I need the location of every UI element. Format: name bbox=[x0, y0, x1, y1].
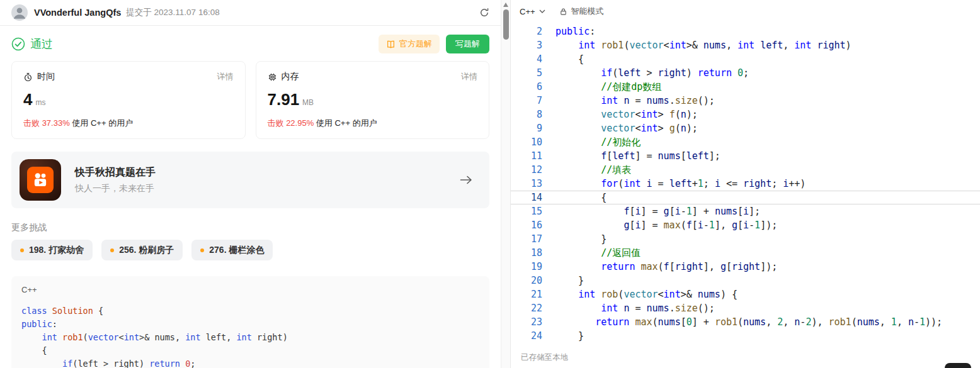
scrollbar-thumb[interactable] bbox=[503, 9, 509, 40]
challenge-tag-198[interactable]: 198. 打家劫舍 bbox=[11, 240, 93, 260]
runtime-value: 4 bbox=[23, 90, 32, 109]
left-scrollbar[interactable] bbox=[501, 0, 510, 368]
person-icon bbox=[11, 4, 28, 21]
line-number: 10 bbox=[511, 135, 542, 149]
language-selector[interactable]: C++ bbox=[520, 7, 545, 16]
banner-subtitle: 快人一手，未来在手 bbox=[75, 183, 156, 194]
refresh-button[interactable] bbox=[479, 8, 489, 18]
editor-line[interactable]: 2public: bbox=[511, 25, 980, 38]
saved-status: 已存储至本地 bbox=[521, 352, 568, 363]
line-number: 4 bbox=[511, 52, 542, 66]
editor-line[interactable]: 5 if(left > right) return 0; bbox=[511, 66, 980, 80]
code-text: for(int i = left+1; i <= right; i++) bbox=[542, 177, 806, 191]
avatar bbox=[11, 4, 28, 21]
promo-banner[interactable]: 快手秋招真题在手 快人一手，未来在手 bbox=[11, 152, 489, 208]
line-number: 3 bbox=[511, 38, 542, 52]
editor-line[interactable]: 3 int rob1(vector<int>& nums, int left, … bbox=[511, 38, 980, 52]
editor-line[interactable]: 7 int n = nums.size(); bbox=[511, 94, 980, 108]
username[interactable]: VVonderful JangQfs bbox=[34, 8, 121, 18]
submission-time: 提交于 2023.11.07 16:08 bbox=[126, 7, 219, 18]
line-number: 21 bbox=[511, 287, 542, 301]
beats-suffix: 使用 C++ 的用户 bbox=[72, 118, 133, 128]
runtime-details-link[interactable]: 详情 bbox=[217, 71, 234, 82]
official-solution-label: 官方题解 bbox=[399, 38, 432, 50]
memory-unit: MB bbox=[302, 98, 314, 107]
editor-line[interactable]: 16 g[i] = max(f[i-1], g[i-1]); bbox=[511, 218, 980, 232]
status-row: 通过 官方题解 写题解 bbox=[0, 26, 501, 53]
code-text: { bbox=[542, 52, 584, 66]
arrow-right-icon[interactable] bbox=[459, 175, 473, 185]
editor-line[interactable]: 14 { bbox=[511, 191, 980, 204]
smart-mode-toggle[interactable]: 智能模式 bbox=[559, 6, 604, 17]
line-number: 7 bbox=[511, 94, 542, 108]
editor-line[interactable]: 22 int n = nums.size(); bbox=[511, 301, 980, 315]
line-number: 5 bbox=[511, 66, 542, 80]
code-text: return max(f[right], g[right]); bbox=[542, 260, 777, 274]
editor-line[interactable]: 6 //创建dp数组 bbox=[511, 80, 980, 94]
editor-line[interactable]: 23 return max(nums[0] + rob1(nums, 2, n-… bbox=[511, 315, 980, 329]
editor-line[interactable]: 13 for(int i = left+1; i <= right; i++) bbox=[511, 177, 980, 191]
code-text: f[left] = nums[left]; bbox=[542, 149, 721, 163]
code-editor-panel: C++ 智能模式 2public:3 int rob1(vector<int>&… bbox=[510, 0, 980, 368]
more-challenges-label: 更多挑战 bbox=[0, 208, 501, 233]
code-text: if(left > right) return 0; bbox=[542, 66, 749, 80]
challenge-tags: 198. 打家劫舍 256. 粉刷房子 276. 栅栏涂色 bbox=[0, 233, 501, 260]
code-text: } bbox=[542, 329, 584, 343]
editor-line[interactable]: 9 vector<int> g(n); bbox=[511, 121, 980, 135]
write-solution-label: 写题解 bbox=[455, 38, 480, 50]
official-solution-button[interactable]: 官方题解 bbox=[379, 35, 440, 53]
editor-line[interactable]: 11 f[left] = nums[left]; bbox=[511, 149, 980, 163]
code-text: return max(nums[0] + rob1(nums, 2, n-2),… bbox=[542, 315, 942, 329]
editor-line[interactable]: 20 } bbox=[511, 274, 980, 287]
dot-icon bbox=[110, 248, 114, 252]
line-number: 14 bbox=[511, 191, 542, 204]
beats-label: 击败 bbox=[268, 118, 284, 128]
code-text: int rob(vector<int>& nums) { bbox=[542, 287, 738, 301]
code-text: //填表 bbox=[542, 163, 631, 177]
memory-value: 7.91 bbox=[268, 90, 300, 109]
line-number: 18 bbox=[511, 246, 542, 260]
line-number: 2 bbox=[511, 25, 542, 38]
editor-line[interactable]: 19 return max(f[right], g[right]); bbox=[511, 260, 980, 274]
submission-panel: VVonderful JangQfs 提交于 2023.11.07 16:08 … bbox=[0, 0, 501, 368]
code-line: { bbox=[21, 344, 479, 357]
line-number: 24 bbox=[511, 329, 542, 343]
line-number: 6 bbox=[511, 80, 542, 94]
line-number: 8 bbox=[511, 108, 542, 121]
code-text: //创建dp数组 bbox=[542, 80, 661, 94]
challenge-tag-256[interactable]: 256. 粉刷房子 bbox=[101, 240, 183, 260]
editor-line[interactable]: 8 vector<int> f(n); bbox=[511, 108, 980, 121]
code-line: if(left > right) return 0; bbox=[21, 357, 479, 368]
memory-details-link[interactable]: 详情 bbox=[461, 71, 477, 82]
code-sample-lines: class Solution {public: int rob1(vector<… bbox=[21, 304, 479, 368]
editor-line[interactable]: 18 //返回值 bbox=[511, 246, 980, 260]
write-solution-button[interactable]: 写题解 bbox=[446, 35, 489, 53]
editor-line[interactable]: 21 int rob(vector<int>& nums) { bbox=[511, 287, 980, 301]
chip-icon bbox=[268, 72, 277, 82]
kuaishou-logo-inner bbox=[27, 167, 54, 193]
editor-line[interactable]: 4 { bbox=[511, 52, 980, 66]
scroll-up-arrow-icon[interactable] bbox=[503, 3, 508, 7]
editor-statusbar: 已存储至本地 bbox=[511, 347, 980, 368]
memory-beats: 击败 22.95% 使用 C++ 的用户 bbox=[268, 118, 478, 129]
editor-line[interactable]: 24 } bbox=[511, 329, 980, 343]
submission-header: VVonderful JangQfs 提交于 2023.11.07 16:08 bbox=[0, 0, 501, 26]
editor-line[interactable]: 15 f[i] = g[i-1] + nums[i]; bbox=[511, 204, 980, 218]
code-line: public: bbox=[21, 318, 479, 331]
stats-row: 时间 详情 4 ms 击败 37.33% 使用 C++ 的用户 内存 bbox=[0, 53, 501, 139]
code-text: int rob1(vector<int>& nums, int left, in… bbox=[542, 38, 852, 52]
floating-widget[interactable] bbox=[945, 363, 971, 368]
stopwatch-icon bbox=[23, 72, 33, 82]
editor-line[interactable]: 12 //填表 bbox=[511, 163, 980, 177]
runtime-card: 时间 详情 4 ms 击败 37.33% 使用 C++ 的用户 bbox=[11, 61, 246, 139]
status-label: 通过 bbox=[30, 36, 53, 52]
editor-line[interactable]: 10 //初始化 bbox=[511, 135, 980, 149]
challenge-tag-276[interactable]: 276. 栅栏涂色 bbox=[191, 240, 273, 260]
lock-icon bbox=[559, 8, 567, 16]
editor-line[interactable]: 17 } bbox=[511, 232, 980, 246]
submitted-code-block: C++ class Solution {public: int rob1(vec… bbox=[11, 276, 489, 368]
check-circle-icon bbox=[11, 37, 25, 51]
code-text: } bbox=[542, 232, 607, 246]
line-number: 22 bbox=[511, 301, 542, 315]
editor-lines[interactable]: 2public:3 int rob1(vector<int>& nums, in… bbox=[511, 23, 980, 347]
